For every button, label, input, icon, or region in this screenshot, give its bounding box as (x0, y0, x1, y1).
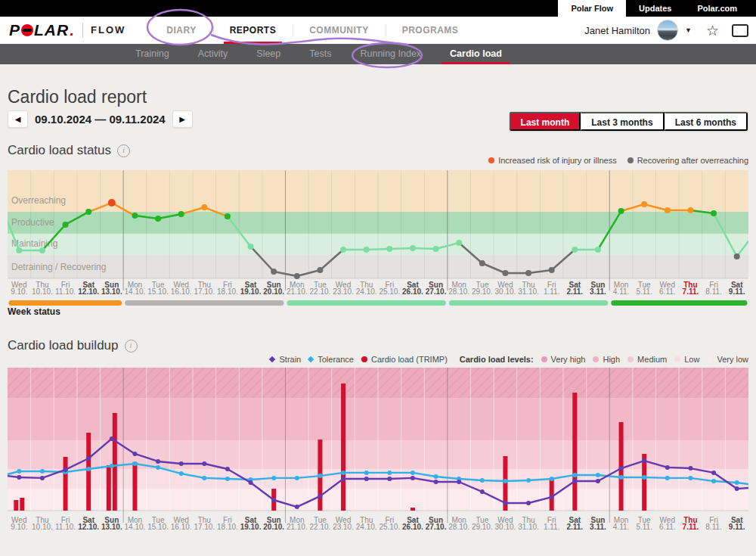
cardio-load-levels-label: Cardio load levels: (460, 355, 534, 364)
status-section-heading: Cardio load status i (8, 143, 130, 158)
legend-marker (308, 356, 314, 362)
subnav-item-training[interactable]: Training (121, 44, 184, 64)
level-dot (541, 356, 547, 362)
level-dot (627, 356, 634, 362)
topbar-tab-polar-flow[interactable]: Polar Flow (558, 0, 626, 17)
svg-text:28.10.: 28.10. (448, 287, 469, 296)
svg-text:8.11.: 8.11. (705, 523, 722, 531)
legend-item-recovering-after-overreaching: Recovering after overreaching (627, 156, 748, 165)
subnav-item-activity[interactable]: Activity (184, 44, 243, 64)
main-nav: PLAR. FLOW DIARYREPORTSCOMMUNITYPROGRAMS… (0, 17, 756, 45)
user-name[interactable]: Janet Hamilton (584, 25, 650, 36)
legend-label: Tolerance (318, 355, 354, 364)
legend-item-increased-risk-of-injury-or-illness: Increased risk of injury or illness (488, 156, 617, 165)
date-range-selector: ◀ 09.10.2024 — 09.11.2024 ▶ (8, 110, 193, 128)
svg-text:13.10.: 13.10. (101, 287, 122, 296)
level-item-very-high: Very high (541, 355, 586, 364)
svg-text:26.10.: 26.10. (402, 287, 423, 296)
subnav-item-tests[interactable]: Tests (295, 44, 345, 64)
avatar[interactable] (657, 20, 678, 41)
date-range-text: 09.10.2024 — 09.11.2024 (35, 113, 166, 126)
topbar-tab-polar-com[interactable]: Polar.com (684, 0, 750, 17)
svg-text:16.10.: 16.10. (171, 287, 192, 296)
nav-item-community[interactable]: COMMUNITY (293, 17, 386, 44)
svg-text:9.10.: 9.10. (11, 523, 27, 531)
cardio-load-status-chart[interactable]: OverreachingProductiveMaintainingDetrain… (8, 170, 748, 310)
level-label: Very low (717, 355, 748, 364)
svg-text:Overreaching: Overreaching (11, 195, 66, 206)
cardio-load-buildup-chart[interactable]: Wed9.10.Thu10.10.Fri11.10.Sat12.10.Sun13… (8, 368, 748, 533)
legend-label: Strain (279, 355, 301, 364)
svg-text:25.10.: 25.10. (379, 523, 400, 531)
level-item-high: High (593, 355, 620, 364)
svg-text:3.11.: 3.11. (590, 287, 606, 296)
info-icon[interactable]: i (125, 340, 138, 353)
polar-logo[interactable]: PLAR. (9, 21, 75, 39)
svg-text:5.11.: 5.11. (636, 287, 652, 296)
flow-product-label[interactable]: FLOW (82, 23, 125, 38)
svg-text:10.10.: 10.10. (32, 287, 53, 296)
next-period-button[interactable]: ▶ (172, 110, 193, 128)
svg-text:19.10.: 19.10. (240, 523, 262, 531)
polar-flow-app: Polar FlowUpdatesPolar.com PLAR. FLOW DI… (0, 0, 756, 556)
feedback-chat-icon[interactable] (732, 24, 748, 37)
subnav-item-cardio-load[interactable]: Cardio load (435, 44, 516, 64)
buildup-heading-text: Cardio load buildup (8, 338, 119, 353)
last-6-months-button[interactable]: Last 6 months (665, 112, 748, 131)
subnav-item-sleep[interactable]: Sleep (242, 44, 295, 64)
svg-text:7.11.: 7.11. (683, 523, 699, 531)
legend-label: Increased risk of injury or illness (498, 156, 617, 165)
legend-dot (627, 157, 634, 163)
topbar-tab-updates[interactable]: Updates (626, 0, 684, 17)
svg-text:15.10.: 15.10. (147, 287, 169, 296)
page-title: Cardio load report (8, 87, 147, 107)
svg-text:25.10.: 25.10. (379, 287, 400, 296)
level-dot (674, 356, 680, 362)
level-label: High (603, 355, 620, 364)
nav-item-diary[interactable]: DIARY (150, 17, 212, 44)
svg-text:24.10.: 24.10. (356, 287, 377, 296)
favorites-star-icon[interactable]: ☆ (706, 23, 719, 38)
svg-text:5.11.: 5.11. (636, 523, 652, 531)
status-legend: Increased risk of injury or illnessRecov… (478, 156, 748, 165)
svg-text:15.10.: 15.10. (147, 523, 169, 531)
reports-subnav: TrainingActivitySleepTestsRunning IndexC… (0, 44, 756, 64)
nav-item-reports[interactable]: REPORTS (213, 17, 293, 44)
svg-text:6.11.: 6.11. (659, 523, 676, 531)
svg-text:9.10.: 9.10. (11, 287, 27, 296)
svg-text:14.10.: 14.10. (125, 523, 146, 531)
main-menu: DIARYREPORTSCOMMUNITYPROGRAMS (150, 17, 475, 44)
level-label: Medium (637, 355, 667, 364)
user-area: Janet Hamilton ▼ ☆ (584, 17, 748, 44)
last-3-months-button[interactable]: Last 3 months (581, 112, 664, 131)
legend-marker (269, 356, 275, 362)
svg-text:2.11.: 2.11. (566, 287, 583, 296)
level-dot (593, 356, 599, 362)
info-icon[interactable]: i (117, 144, 130, 157)
svg-text:11.10.: 11.10. (55, 287, 76, 296)
svg-text:29.10.: 29.10. (472, 523, 493, 531)
polar-logo-o (21, 24, 33, 36)
buildup-section-heading: Cardio load buildup i (8, 338, 138, 353)
subnav-item-running-index[interactable]: Running Index (345, 44, 435, 64)
svg-text:22.10.: 22.10. (310, 523, 331, 531)
svg-text:21.10.: 21.10. (287, 523, 308, 531)
svg-text:10.10.: 10.10. (32, 523, 53, 531)
legend-marker (361, 356, 367, 362)
nav-item-programs[interactable]: PROGRAMS (386, 17, 476, 44)
svg-text:23.10.: 23.10. (333, 287, 354, 296)
svg-text:20.10.: 20.10. (263, 287, 284, 296)
svg-text:Productive: Productive (11, 217, 54, 228)
svg-text:30.10.: 30.10. (495, 523, 516, 531)
last-month-button[interactable]: Last month (510, 112, 581, 131)
previous-period-button[interactable]: ◀ (8, 110, 28, 128)
week-status-label: Week status (8, 306, 60, 317)
svg-text:12.10.: 12.10. (78, 523, 99, 531)
level-item-very-low: Very low (707, 355, 748, 364)
svg-text:7.11.: 7.11. (683, 287, 699, 296)
chevron-down-icon[interactable]: ▼ (685, 26, 692, 34)
svg-text:1.11.: 1.11. (544, 523, 560, 531)
svg-text:22.10.: 22.10. (310, 287, 331, 296)
svg-text:21.10.: 21.10. (287, 287, 308, 296)
svg-text:9.11.: 9.11. (729, 287, 745, 296)
